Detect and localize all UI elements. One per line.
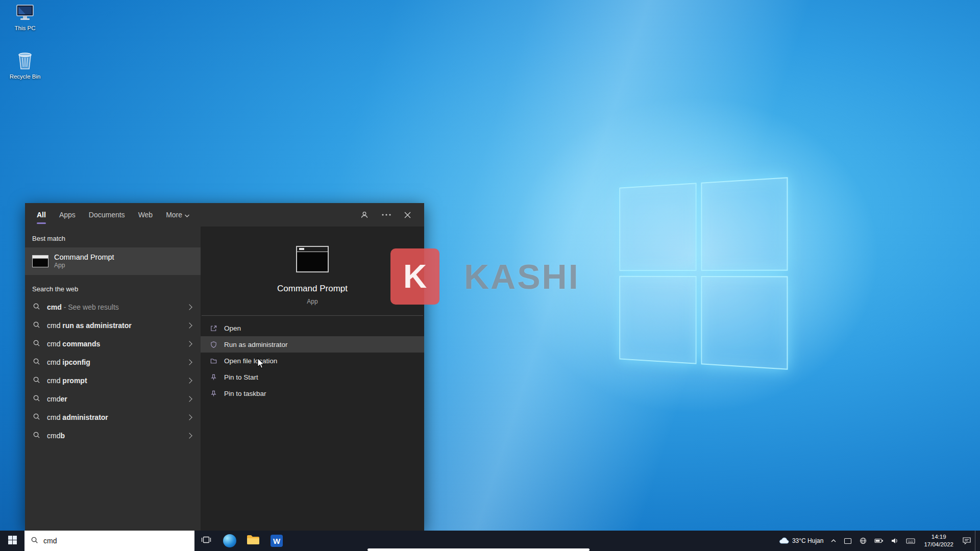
show-desktop-button[interactable] [975,531,980,551]
best-match-result[interactable]: Command Prompt App [25,247,201,275]
search-icon [33,303,40,312]
chevron-right-icon[interactable] [186,359,192,365]
web-suggestion[interactable]: cmd commands [25,335,201,353]
search-tabs-bar: All Apps Documents Web More [25,203,424,227]
edge-taskbar-button[interactable] [218,531,241,551]
tab-label: More [166,211,182,219]
weather-widget[interactable]: 33°C Hujan [775,537,827,545]
taskbar-empty-area [288,531,775,551]
preview-type: App [201,298,424,305]
close-icon[interactable] [404,212,411,218]
action-center-button[interactable] [959,536,975,545]
search-web-header: Search the web [25,275,201,298]
chevron-down-icon [185,211,189,219]
web-suggestion[interactable]: cmder [25,390,201,408]
chevron-right-icon[interactable] [186,414,192,420]
action-label: Pin to Start [224,373,258,381]
tray-overflow-chevron[interactable] [827,539,840,543]
chevron-right-icon[interactable] [186,341,192,346]
clock[interactable]: 14:19 17/04/2022 [919,533,959,548]
web-suggestion[interactable]: cmd run as administrator [25,316,201,335]
keyboard-icon[interactable] [902,538,919,544]
start-button[interactable] [0,531,24,551]
tray-time: 14:19 [932,533,946,541]
desktop-icon-this-pc[interactable]: This PC [5,4,45,31]
this-pc-icon [15,14,35,23]
chevron-right-icon[interactable] [186,433,192,438]
tab-documents[interactable]: Documents [89,211,125,219]
web-suggestion[interactable]: cmd - See web results [25,298,201,316]
tab-label: Apps [59,211,76,219]
search-results-column: Best match Command Prompt App Search the… [25,227,201,531]
bottom-white-bar [368,548,590,551]
tab-label: Documents [89,211,125,219]
web-suggestion[interactable]: cmd prompt [25,371,201,390]
action-run-as-administrator[interactable]: Run as administrator [201,336,424,353]
logo-pane [619,183,696,271]
action-label: Run as administrator [224,341,288,348]
web-suggestion[interactable]: cmdb [25,427,201,445]
taskbar: cmd W 33°C Hujan [0,531,980,551]
logo-pane [701,177,788,271]
chevron-right-icon[interactable] [186,304,192,310]
preview-title: Command Prompt [201,284,424,294]
search-icon [33,321,40,330]
action-open[interactable]: Open [201,320,424,336]
search-icon [33,413,40,422]
action-open-file-location[interactable]: Open file location [201,353,424,369]
search-icon [31,536,38,546]
system-tray: 33°C Hujan 14:19 17/04/2022 [775,531,980,551]
action-pin-to-start[interactable]: Pin to Start [201,369,424,385]
weather-text: 33°C Hujan [792,537,824,544]
chevron-right-icon[interactable] [186,322,192,328]
folder-icon [209,357,217,365]
action-label: Open [224,324,241,332]
task-view-button[interactable] [194,531,218,551]
best-match-header: Best match [25,227,201,247]
web-suggestion[interactable]: cmd ipconfig [25,353,201,371]
action-label: Pin to taskbar [224,390,266,397]
battery-icon[interactable] [871,538,887,544]
pin-icon [209,373,217,381]
chevron-right-icon[interactable] [186,378,192,383]
desktop-icon-recycle-bin[interactable]: Recycle Bin [5,51,45,80]
task-view-icon [201,534,212,547]
search-icon [33,376,40,385]
tablet-mode-icon[interactable] [840,538,855,544]
web-suggestion[interactable]: cmd administrator [25,408,201,427]
pin-icon [209,390,217,397]
chevron-right-icon[interactable] [186,396,192,402]
tab-label: All [37,211,46,219]
file-explorer-taskbar-button[interactable] [241,531,265,551]
tab-all[interactable]: All [37,211,46,219]
logo-pane [701,276,788,370]
tab-label: Web [138,211,153,219]
weather-cloud-icon [779,537,789,545]
best-match-title: Command Prompt [54,253,114,262]
windows-wallpaper-logo [619,177,788,370]
desktop-icon-label: This PC [5,25,45,31]
recycle-bin-icon [17,63,33,71]
windows-logo-icon [8,536,17,546]
search-icon [33,339,40,348]
search-icon [33,394,40,404]
volume-icon[interactable] [887,537,902,544]
action-pin-to-taskbar[interactable]: Pin to taskbar [201,385,424,402]
options-ellipsis-icon[interactable] [382,214,391,216]
search-icon [33,358,40,367]
edge-icon [223,534,236,547]
command-prompt-icon-large [296,246,329,272]
logo-pane [619,276,696,364]
tab-apps[interactable]: Apps [59,211,76,219]
tab-more[interactable]: More [166,211,189,219]
best-match-type: App [54,262,114,270]
search-icon [33,431,40,440]
tab-web[interactable]: Web [138,211,153,219]
command-prompt-icon [32,255,48,267]
network-icon[interactable] [855,537,871,545]
word-taskbar-button[interactable]: W [265,531,288,551]
shield-icon [209,341,217,348]
taskbar-search-box[interactable]: cmd [24,531,194,551]
action-label: Open file location [224,357,277,365]
sign-in-icon[interactable] [360,211,369,219]
